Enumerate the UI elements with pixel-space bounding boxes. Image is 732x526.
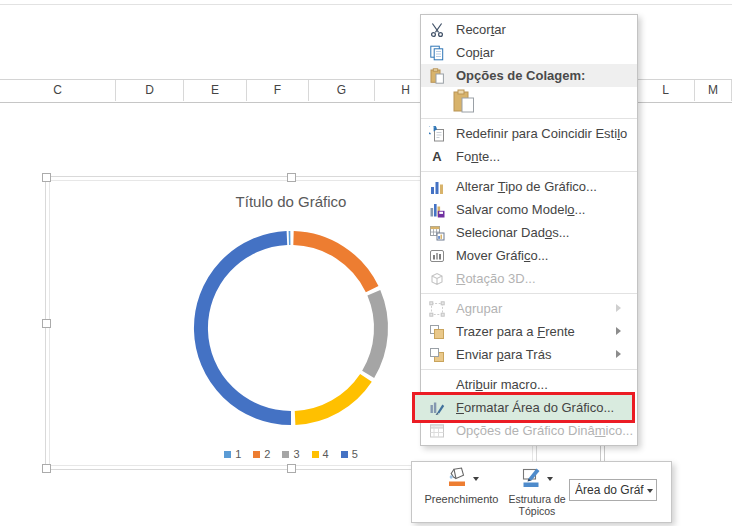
menu-item-rotacao-3d: Rotação 3D...	[421, 267, 637, 290]
menu-item-label: Opções de Colagem:	[456, 68, 585, 83]
menu-item-label: Opções de Gráfico Dinâmico...	[456, 423, 633, 438]
none-icon	[427, 377, 447, 393]
submenu-arrow-icon	[616, 327, 621, 335]
legend-swatch-icon	[224, 451, 231, 458]
menu-separator	[421, 293, 637, 294]
resize-handle-bottom-left[interactable]	[42, 464, 51, 473]
column-header-M[interactable]: M	[695, 80, 732, 101]
menu-item-label: Alterar Tipo de Gráfico...	[456, 179, 597, 194]
fill-button-label: Preenchimento	[414, 493, 509, 506]
doughnut-segment-2[interactable]	[294, 238, 373, 289]
menu-item-salvar-como-modelo[interactable]: Salvar como Modelo...	[421, 198, 637, 221]
menu-item-formatar-area-grafico[interactable]: Formatar Área do Gráfico...	[421, 396, 637, 419]
fill-bucket-icon	[445, 467, 469, 492]
resize-handle-top-middle[interactable]	[287, 173, 296, 182]
submenu-arrow-icon	[616, 304, 621, 312]
submenu-arrow-icon	[616, 350, 621, 358]
outline-dropdown-arrow-icon[interactable]	[547, 477, 553, 481]
resize-handle-top-left[interactable]	[42, 173, 51, 182]
chart-element-selector[interactable]: Área do Gráfico	[569, 479, 657, 501]
menu-item-recortar[interactable]: Recortar	[421, 18, 637, 41]
chart-element-selector-value: Área do Gráfico	[575, 483, 644, 497]
menu-item-label: Trazer para a Frente	[456, 324, 575, 339]
legend-swatch-icon	[341, 451, 348, 458]
column-header-G[interactable]: G	[309, 80, 375, 101]
legend-item-4: 4	[312, 448, 329, 460]
legend-swatch-icon	[312, 451, 319, 458]
font-icon: A	[427, 149, 447, 165]
copy-icon	[427, 45, 447, 61]
menu-item-redefinir-estilo[interactable]: Redefinir para Coincidir Estilo	[421, 122, 637, 145]
menu-item-opcoes-de-colagem: Opções de Colagem:	[421, 64, 637, 87]
legend-label: 3	[293, 448, 299, 460]
menu-item-label: Recortar	[456, 22, 506, 37]
move-chart-icon	[427, 248, 447, 264]
legend-label: 2	[264, 448, 270, 460]
column-header-F[interactable]: F	[247, 80, 309, 101]
menu-item-label: Fonte...	[456, 149, 500, 164]
column-header-E[interactable]: E	[184, 80, 247, 101]
menu-item-copiar[interactable]: Copiar	[421, 41, 637, 64]
outline-button-label: Estrutura de Tópicos	[506, 493, 568, 517]
legend-label: 4	[323, 448, 329, 460]
select-data-icon	[427, 225, 447, 241]
scissors-icon	[427, 22, 447, 38]
paste-icon	[452, 89, 476, 113]
column-header-D[interactable]: D	[116, 80, 184, 101]
group-icon	[427, 301, 447, 317]
menu-item-label: Atribuir macro...	[456, 377, 548, 392]
doughnut-segment-5[interactable]	[201, 238, 291, 418]
menu-item-selecionar-dados[interactable]: Selecionar Dados...	[421, 221, 637, 244]
clipboard-icon	[427, 68, 447, 84]
popup-connector	[600, 444, 605, 462]
column-header-C[interactable]: C	[0, 80, 116, 101]
outline-button[interactable]: Estrutura de Tópicos	[506, 467, 568, 517]
legend-item-2: 2	[253, 448, 270, 460]
cube-icon	[427, 271, 447, 287]
fill-dropdown-arrow-icon[interactable]	[473, 477, 479, 481]
doughnut-chart[interactable]	[181, 218, 401, 438]
legend-item-1: 1	[224, 448, 241, 460]
menu-item-alterar-tipo-grafico[interactable]: Alterar Tipo de Gráfico...	[421, 175, 637, 198]
menu-item-label: Agrupar	[456, 301, 502, 316]
legend-swatch-icon	[282, 451, 289, 458]
pivot-icon	[427, 423, 447, 439]
resize-handle-middle-left[interactable]	[42, 319, 51, 328]
ribbon-divider-line	[0, 4, 732, 5]
menu-item-label: Formatar Área do Gráfico...	[456, 400, 614, 415]
menu-item-label: Enviar para Trás	[456, 347, 551, 362]
column-header-L[interactable]: L	[637, 80, 695, 101]
menu-separator	[421, 171, 637, 172]
menu-item-enviar-para-tras[interactable]: Enviar para Trás	[421, 343, 637, 366]
menu-item-mover-grafico[interactable]: Mover Gráfico...	[421, 244, 637, 267]
menu-item-label: Salvar como Modelo...	[456, 202, 585, 217]
mini-toolbar: Preenchimento Estrutura de Tópicos Área …	[411, 461, 672, 523]
menu-item-opcoes-grafico-dinamico: Opções de Gráfico Dinâmico...	[421, 419, 637, 442]
legend-item-3: 3	[282, 448, 299, 460]
legend-item-5: 5	[341, 448, 358, 460]
doughnut-segment-4[interactable]	[295, 378, 366, 418]
chart-element-selector-arrow-icon[interactable]	[647, 489, 653, 493]
save-template-icon	[427, 202, 447, 218]
menu-item-label: Selecionar Dados...	[456, 225, 569, 240]
reset-icon	[427, 126, 447, 142]
send-back-icon	[427, 347, 447, 363]
menu-item-label: Copiar	[456, 45, 494, 60]
chart-legend[interactable]: 12345	[46, 444, 536, 462]
context-menu: RecortarCopiarOpções de Colagem:Redefini…	[420, 14, 638, 446]
menu-item-trazer-para-frente[interactable]: Trazer para a Frente	[421, 320, 637, 343]
chart-type-icon	[427, 179, 447, 195]
legend-swatch-icon	[253, 451, 260, 458]
menu-item-fonte[interactable]: AFonte...	[421, 145, 637, 168]
paste-option-button[interactable]	[421, 87, 637, 115]
doughnut-segment-3[interactable]	[368, 293, 381, 375]
bring-front-icon	[427, 324, 447, 340]
fill-button[interactable]: Preenchimento	[414, 467, 509, 506]
format-area-icon	[427, 400, 447, 416]
menu-separator	[421, 118, 637, 119]
legend-label: 5	[352, 448, 358, 460]
legend-label: 1	[235, 448, 241, 460]
menu-item-label: Redefinir para Coincidir Estilo	[456, 126, 627, 141]
resize-handle-bottom-middle[interactable]	[287, 464, 296, 473]
menu-item-agrupar: Agrupar	[421, 297, 637, 320]
